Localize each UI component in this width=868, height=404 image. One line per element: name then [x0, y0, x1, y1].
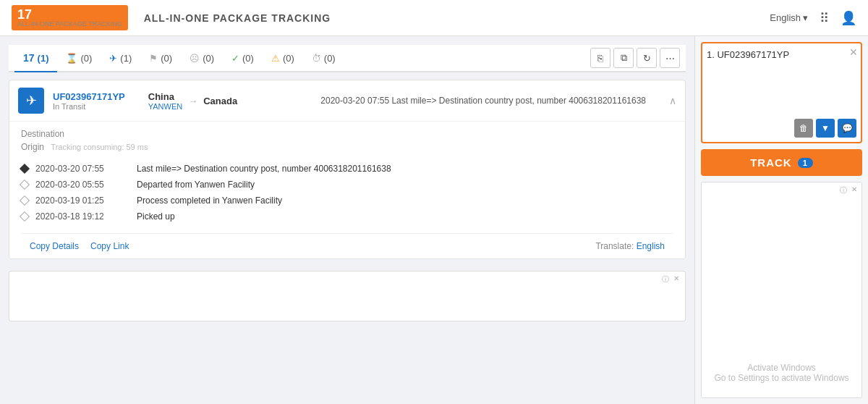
watermark-line2: Go to Settings to activate Windows — [702, 373, 861, 383]
right-panel: 1. UF023967171YP ✕ 🗑 ▼ 💬 TRACK 1 ⓘ ✕ Act… — [694, 36, 868, 404]
ad-info-icon[interactable]: ⓘ — [662, 274, 669, 285]
warning-icon: ⚠ — [271, 53, 280, 64]
main-layout: 17 (1) ⌛ (0) ✈ (1) ⚑ (0) ☹ (0) ✓ (0) — [0, 36, 868, 404]
ad-corner: ⓘ ✕ — [662, 274, 679, 285]
carrier-icon: ✈ — [18, 88, 44, 114]
origin-country: China — [148, 91, 182, 102]
package-header[interactable]: ✈ UF023967171YP In Transit China YANWEN … — [9, 80, 685, 122]
bottom-ad: ⓘ ✕ — [9, 271, 686, 321]
event-item: 2020-03-20 05:55 Departed from Yanwen Fa… — [21, 177, 673, 193]
tab-transit-count: (1) — [120, 53, 132, 64]
filter-button[interactable]: ▼ — [816, 119, 835, 138]
translate-lang[interactable]: English — [637, 241, 665, 251]
logo: 17 ALL-IN-ONE PACKAGE TRACKING — [12, 5, 128, 30]
chevron-down-icon: ▾ — [803, 12, 808, 23]
tab-undelivered-count: (0) — [203, 53, 214, 64]
tab-delivered[interactable]: ✓ (0) — [223, 46, 263, 72]
package-info: UF023967171YP In Transit — [53, 91, 125, 111]
sad-icon: ☹ — [190, 53, 200, 64]
copy-link-link[interactable]: Copy Link — [90, 241, 129, 251]
event-date-3: 2020-03-19 01:25 — [35, 195, 129, 206]
route-arrow-icon: → — [188, 96, 197, 106]
clear-icon[interactable]: ✕ — [849, 46, 858, 58]
translate-label: Translate: — [595, 241, 634, 251]
tracking-number: UF023967171YP — [53, 91, 125, 102]
tabs-bar: 17 (1) ⌛ (0) ✈ (1) ⚑ (0) ☹ (0) ✓ (0) — [9, 45, 686, 72]
airplane-icon: ✈ — [109, 53, 117, 64]
event-date-2: 2020-03-20 05:55 — [35, 180, 129, 190]
tab-all[interactable]: 17 (1) — [14, 45, 57, 72]
event-diamond-filled — [20, 164, 30, 174]
copy-button[interactable]: ⎘ — [590, 48, 610, 68]
hourglass-icon: ⌛ — [66, 53, 77, 64]
ad-close-icon[interactable]: ✕ — [673, 274, 679, 285]
left-panel: 17 (1) ⌛ (0) ✈ (1) ⚑ (0) ☹ (0) ✓ (0) — [0, 36, 694, 404]
tab-pending-count: (0) — [80, 53, 92, 64]
tab-pending[interactable]: ⌛ (0) — [57, 46, 101, 72]
tab-pickup-count: (0) — [161, 53, 172, 64]
tracking-input-text[interactable]: 1. UF023967171YP — [707, 48, 856, 63]
event-item: 2020-03-18 19:12 Picked up — [21, 209, 673, 224]
right-ad-info-icon[interactable]: ⓘ — [840, 185, 847, 195]
right-ad-close-icon[interactable]: ✕ — [851, 185, 857, 195]
event-item: 2020-03-20 07:55 Last mile=> Destination… — [21, 161, 673, 177]
airplane-carrier-icon: ✈ — [26, 93, 37, 109]
package-card: ✈ UF023967171YP In Transit China YANWEN … — [9, 80, 686, 259]
tab-all-logo: 17 — [23, 52, 35, 64]
copy2-button[interactable]: ⧉ — [613, 48, 634, 68]
right-ad: ⓘ ✕ Activate Windows Go to Settings to a… — [701, 182, 862, 398]
delete-button[interactable]: 🗑 — [794, 119, 813, 138]
expand-button[interactable]: ∧ — [669, 95, 676, 106]
event-item: 2020-03-19 01:25 Process completed in Ya… — [21, 193, 673, 209]
track-label: TRACK — [750, 156, 792, 169]
flag-icon: ⚑ — [149, 53, 158, 64]
copy-details-link[interactable]: Copy Details — [30, 241, 79, 251]
tabs-actions: ⎘ ⧉ ↻ ⋯ — [590, 48, 680, 68]
event-date-4: 2020-03-18 19:12 — [35, 211, 129, 222]
last-event-desc: Last mile=> Destination country post, nu… — [391, 96, 646, 106]
clock-icon: ⏱ — [312, 53, 321, 64]
logo-area: 17 ALL-IN-ONE PACKAGE TRACKING ALL-IN-ON… — [12, 5, 331, 30]
watermark: Activate Windows Go to Settings to activ… — [702, 363, 861, 383]
language-button[interactable]: English ▾ — [770, 12, 808, 23]
track-count-badge: 1 — [798, 158, 813, 168]
last-event-time: 2020-03-20 07:55 — [320, 96, 389, 106]
check-icon: ✓ — [231, 53, 239, 64]
tab-delivered-count: (0) — [242, 53, 254, 64]
tab-alert-count: (0) — [283, 53, 294, 64]
destination-label: Destination — [21, 129, 673, 139]
card-footer: Copy Details Copy Link Translate: Englis… — [21, 233, 673, 258]
event-diamond-empty — [20, 180, 30, 190]
event-desc-4: Picked up — [137, 211, 175, 222]
logo-sub: ALL-IN-ONE PACKAGE TRACKING — [17, 21, 122, 28]
event-desc-2: Departed from Yanwen Facility — [137, 180, 255, 190]
tab-pickup[interactable]: ⚑ (0) — [140, 46, 181, 72]
dest-country: Canada — [203, 96, 237, 106]
more-button[interactable]: ⋯ — [660, 48, 680, 68]
tab-in-transit[interactable]: ✈ (1) — [101, 46, 140, 72]
event-diamond-empty — [20, 211, 30, 222]
event-date-1: 2020-03-20 07:55 — [35, 164, 129, 174]
carrier-name: YANWEN — [148, 102, 182, 111]
tab-expired[interactable]: ⏱ (0) — [303, 46, 344, 72]
package-details: Destination Origin Tracking consuming: 5… — [9, 122, 685, 258]
header-title: ALL-IN-ONE PACKAGE TRACKING — [144, 12, 331, 24]
events-list: 2020-03-20 07:55 Last mile=> Destination… — [21, 158, 673, 227]
tab-expired-count: (0) — [324, 53, 336, 64]
grid-icon[interactable]: ⠿ — [820, 10, 829, 26]
route-info: China YANWEN → Canada — [148, 91, 237, 111]
last-event: 2020-03-20 07:55 Last mile=> Destination… — [246, 96, 660, 106]
user-icon[interactable]: 👤 — [841, 10, 856, 26]
track-button[interactable]: TRACK 1 — [701, 149, 862, 176]
tab-undelivered[interactable]: ☹ (0) — [181, 46, 223, 72]
tracking-input-area[interactable]: 1. UF023967171YP ✕ 🗑 ▼ 💬 — [701, 42, 862, 143]
tab-alert[interactable]: ⚠ (0) — [263, 46, 303, 72]
refresh-button[interactable]: ↻ — [637, 48, 657, 68]
event-desc-3: Process completed in Yanwen Facility — [137, 195, 282, 206]
event-diamond-empty — [20, 195, 30, 206]
chat-button[interactable]: 💬 — [838, 119, 856, 138]
tab-all-count: (1) — [38, 53, 49, 64]
watermark-line1: Activate Windows — [702, 363, 861, 373]
input-actions: 🗑 ▼ 💬 — [794, 119, 856, 138]
translate-area: Translate: English — [595, 241, 665, 251]
